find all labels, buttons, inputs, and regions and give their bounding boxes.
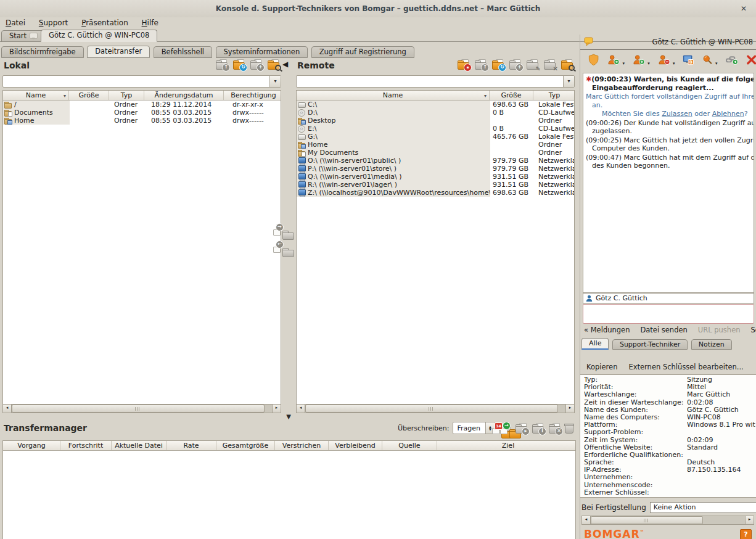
tab-alle[interactable]: Alle	[581, 338, 609, 350]
table-row[interactable]: D:\ 0 BCD-Laufwerk	[297, 109, 574, 117]
transfer-to-remote-button[interactable]: →	[282, 229, 295, 242]
col-berechtigung[interactable]: Berechtigung	[224, 91, 281, 100]
push-url-button[interactable]: URL pushen	[698, 326, 741, 335]
col-verstrichen[interactable]: Verstrichen	[275, 441, 329, 450]
table-row[interactable]: C:\ 698.63 GBLokale Festplatte	[297, 101, 574, 109]
refresh-icon[interactable]: ↻	[491, 59, 504, 70]
col-verbleibend[interactable]: Verbleibend	[329, 441, 382, 450]
cancel-transfer-icon[interactable]: ✕	[548, 423, 561, 434]
table-row[interactable]: / Ordner 18:29 11.12.2014 dr-xr-xr-x	[3, 101, 281, 109]
col-groesse[interactable]: Größe	[490, 91, 533, 100]
close-session-icon[interactable]	[746, 54, 756, 65]
new-folder-icon[interactable]: +	[250, 59, 263, 70]
tab-start[interactable]: Start	[1, 30, 46, 42]
col-name[interactable]: Name▾	[297, 91, 490, 100]
menu-hilfe[interactable]: Hilfe	[136, 17, 164, 28]
scroll-left-icon[interactable]: ◂	[297, 405, 305, 413]
deploy-client-icon[interactable]: B	[683, 54, 694, 65]
scroll-right-icon[interactable]: ▸	[745, 516, 754, 524]
table-row[interactable]: O:\ (\\win-server01\public\ ) 979.79 GBN…	[297, 157, 574, 165]
copy-button[interactable]: Kopieren	[586, 363, 617, 371]
invite-member-icon[interactable]	[633, 54, 645, 65]
table-row[interactable]: Documents Ordner 08:55 03.03.2015 drwx--…	[3, 109, 281, 117]
menu-support[interactable]: Support	[33, 17, 73, 28]
table-row[interactable]: Home Ordner 08:55 03.03.2015 drwx------	[3, 117, 281, 125]
tab-session-active[interactable]: Götz C. Güttich @ WIN-PC08	[41, 30, 157, 42]
dropdown-arrow-icon[interactable]: ▾	[622, 61, 625, 66]
transfer-to-local-button[interactable]: ←	[282, 247, 295, 259]
browse-folder-icon[interactable]	[561, 59, 573, 70]
remove-member-icon[interactable]	[658, 54, 670, 65]
table-row[interactable]: My Documents Ordner	[297, 149, 574, 157]
tab-dateitransfer[interactable]: Dateitransfer	[87, 46, 150, 58]
remote-path-combobox[interactable]: ▾	[296, 75, 575, 88]
tab-support-techniker[interactable]: Support-Techniker	[612, 339, 688, 350]
push-link-icon[interactable]	[726, 55, 738, 65]
dropdown-arrow-icon[interactable]: ▾	[647, 61, 650, 66]
tab-bildschirmfreigabe[interactable]: Bildschirmfreigabe	[1, 46, 84, 58]
refresh-icon[interactable]: ↻	[232, 59, 245, 70]
resume-transfer-icon[interactable]: ▸	[515, 423, 528, 434]
col-rate[interactable]: Rate	[166, 441, 216, 450]
col-aktuelle-datei[interactable]: Aktuelle Datei	[112, 441, 166, 450]
local-horizontal-scrollbar[interactable]: ◂ ▸	[2, 404, 281, 413]
dropdown-arrow-icon[interactable]: ▾	[269, 76, 281, 87]
col-gesamtgroesse[interactable]: Gesamtgröße	[216, 441, 275, 450]
transfer-session-icon[interactable]	[607, 54, 620, 65]
overwrite-select[interactable]: Fragen ▲▼	[453, 422, 495, 434]
scroll-right-icon[interactable]: ▸	[565, 405, 574, 413]
col-vorgang[interactable]: Vorgang	[3, 441, 60, 450]
chat-input-box[interactable]	[583, 304, 754, 324]
stop-hosting-icon[interactable]: ▪	[457, 59, 470, 70]
table-row[interactable]: Home Ordner	[297, 141, 574, 149]
col-groesse[interactable]: Größe	[69, 91, 109, 100]
upload-file-icon[interactable]: ↑	[474, 59, 487, 70]
collapse-left-icon[interactable]: ◀	[282, 60, 288, 68]
dropdown-arrow-icon[interactable]: ▾	[673, 61, 675, 66]
allow-link[interactable]: Zulassen	[662, 110, 692, 118]
table-row[interactable]: Desktop Ordner	[297, 117, 574, 125]
table-row[interactable]: Z:\ (\\localhost@9010\DavWWWRoot\resourc…	[297, 189, 574, 197]
chat-input[interactable]	[583, 305, 756, 326]
remote-horizontal-scrollbar[interactable]: ◂ ▸	[296, 404, 575, 413]
local-path-combobox[interactable]: ▾	[2, 75, 281, 88]
sidebar-horizontal-scrollbar[interactable]: ◂ ▸	[581, 516, 754, 525]
messages-button[interactable]: « Meldungen	[584, 326, 630, 335]
rename-icon[interactable]: ✎	[526, 59, 539, 70]
browse-folder-icon[interactable]	[267, 59, 280, 70]
col-quelle[interactable]: Quelle	[382, 441, 437, 450]
edit-external-key-button[interactable]: Externen Schlüssel bearbeiten...	[628, 363, 743, 371]
dropdown-arrow-icon[interactable]: ▾	[563, 76, 574, 87]
new-folder-icon[interactable]: +	[509, 59, 522, 70]
scroll-left-icon[interactable]: ◂	[582, 516, 591, 524]
table-row[interactable]: G:\ 465.76 GBLokale Festplatte	[297, 133, 574, 141]
help-button[interactable]: ?	[740, 529, 752, 539]
table-row[interactable]: Q:\ (\\win-server01\media\ ) 931.51 GBNe…	[297, 173, 574, 181]
transfer-info-icon[interactable]: i	[532, 423, 544, 434]
col-aenderungsdatum[interactable]: Änderungsdatum	[144, 91, 224, 100]
start-transfer-button[interactable]: →	[507, 426, 511, 430]
tab-befehlsshell[interactable]: Befehlsshell	[154, 46, 212, 58]
dropdown-arrow-icon[interactable]: ▾	[715, 61, 718, 66]
delete-icon[interactable]: ✕	[543, 59, 556, 70]
scroll-left-icon[interactable]: ◂	[3, 405, 12, 413]
pin-session-icon[interactable]	[702, 54, 713, 65]
menu-praesentation[interactable]: Präsentation	[76, 17, 134, 28]
elevate-shield-icon[interactable]	[588, 54, 599, 67]
table-row[interactable]: P:\ (\\win-server01\store\ ) 979.79 GBNe…	[297, 165, 574, 173]
col-typ[interactable]: Typ	[533, 91, 575, 100]
send-file-button[interactable]: Datei senden	[640, 326, 687, 335]
table-row[interactable]: R:\ (\\win-server01\lager\ ) 931.51 GBNe…	[297, 181, 574, 189]
col-ziel[interactable]: Ziel	[437, 441, 579, 450]
upload-file-icon[interactable]: ↑	[215, 59, 228, 70]
completion-select[interactable]: Keine Aktion	[650, 502, 756, 513]
clear-transfers-icon[interactable]	[565, 425, 573, 434]
col-typ[interactable]: Typ	[109, 91, 144, 100]
col-name[interactable]: Name▾	[3, 91, 69, 100]
menu-datei[interactable]: Datei	[0, 17, 31, 28]
scroll-right-icon[interactable]: ▸	[272, 405, 281, 413]
col-fortschritt[interactable]: Fortschritt	[60, 441, 112, 450]
tab-systeminformationen[interactable]: Systeminformationen	[216, 46, 308, 58]
deny-link[interactable]: Ablehnen	[712, 110, 744, 118]
window-close-icon[interactable]: ✕	[739, 0, 749, 17]
